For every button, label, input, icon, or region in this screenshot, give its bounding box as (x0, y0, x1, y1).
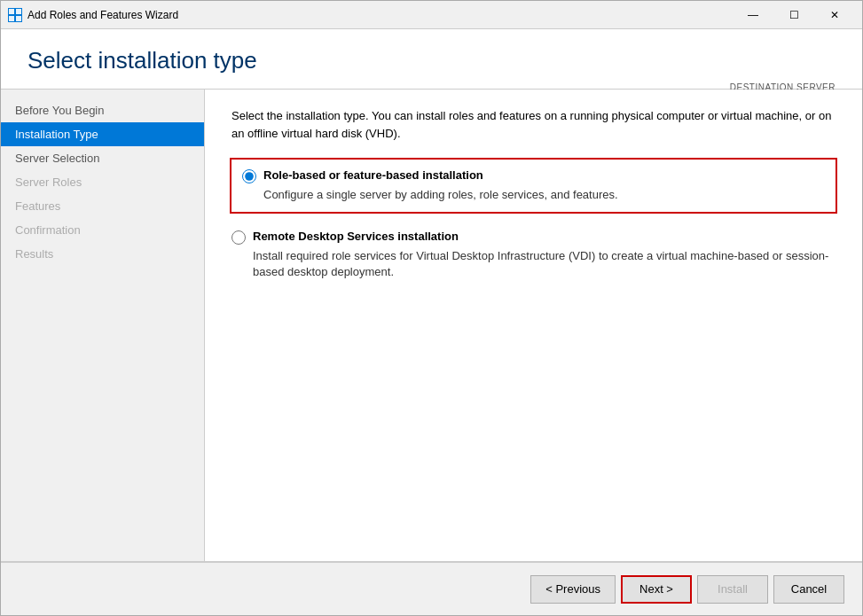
description-text: Select the installation type. You can in… (231, 107, 836, 142)
remote-desktop-title: Remote Desktop Services installation (253, 230, 459, 243)
sidebar-item-server-roles: Server Roles (1, 170, 204, 194)
role-based-radio[interactable] (242, 169, 256, 183)
titlebar: Add Roles and Features Wizard — ☐ ✕ (1, 1, 862, 29)
cancel-button[interactable]: Cancel (773, 575, 844, 604)
sidebar-item-features: Features (1, 194, 204, 218)
footer: < Previous Next > Install Cancel (1, 562, 862, 615)
sidebar-item-installation-type[interactable]: Installation Type (1, 122, 204, 146)
sidebar-item-server-selection[interactable]: Server Selection (1, 146, 204, 170)
role-based-description: Configure a single server by adding role… (263, 187, 825, 203)
next-button[interactable]: Next > (621, 575, 692, 604)
sidebar: Before You Begin Installation Type Serve… (1, 90, 205, 561)
page-title: Select installation type (27, 47, 836, 74)
svg-rect-1 (16, 9, 21, 14)
window-title: Add Roles and Features Wizard (27, 9, 733, 21)
remote-desktop-description: Install required role services for Virtu… (253, 248, 836, 280)
app-icon (8, 8, 22, 22)
sidebar-item-confirmation: Confirmation (1, 218, 204, 242)
main-area: Before You Begin Installation Type Serve… (1, 90, 862, 561)
remote-desktop-radio[interactable] (231, 230, 246, 245)
content-area: Select the installation type. You can in… (205, 90, 862, 561)
previous-button[interactable]: < Previous (530, 575, 616, 604)
close-button[interactable]: ✕ (814, 1, 855, 29)
svg-rect-3 (16, 16, 21, 21)
sidebar-item-results: Results (1, 242, 204, 266)
wizard-window: Add Roles and Features Wizard — ☐ ✕ Sele… (0, 0, 863, 616)
window-controls: — ☐ ✕ (733, 1, 855, 29)
role-based-option[interactable]: Role-based or feature-based installation… (230, 158, 837, 214)
install-button: Install (697, 575, 768, 604)
page-header: Select installation type (1, 29, 862, 89)
svg-rect-0 (9, 9, 14, 14)
svg-rect-2 (9, 16, 14, 21)
role-based-title: Role-based or feature-based installation (263, 168, 483, 182)
sidebar-item-before-you-begin[interactable]: Before You Begin (1, 98, 204, 122)
maximize-button[interactable]: ☐ (773, 1, 814, 29)
minimize-button[interactable]: — (733, 1, 773, 29)
remote-desktop-option[interactable]: Remote Desktop Services installation Ins… (231, 230, 836, 280)
